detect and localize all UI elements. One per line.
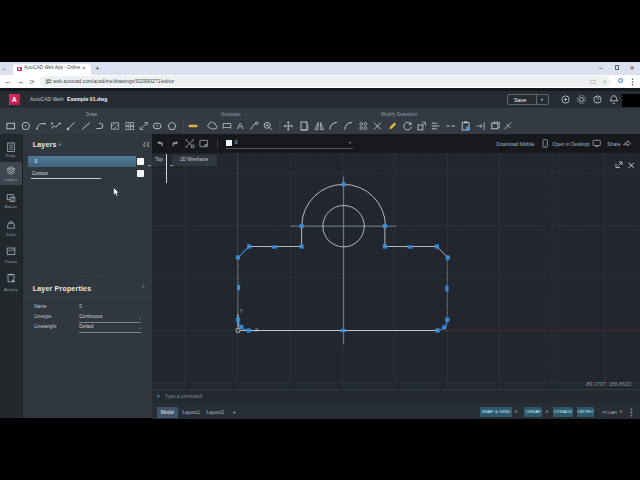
svg-text:A: A <box>237 120 244 131</box>
svg-text:Y: Y <box>240 307 244 313</box>
